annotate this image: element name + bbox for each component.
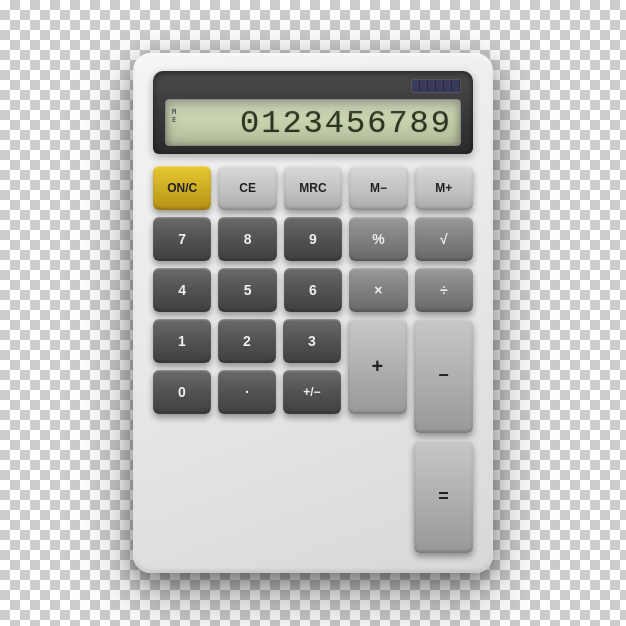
btn-decimal[interactable]: · — [218, 370, 276, 414]
btn-percent[interactable]: % — [349, 217, 407, 261]
calculator: M E 0123456789 ON/C CE MRC M− M+ 7 8 9 %… — [133, 53, 493, 573]
btn-7[interactable]: 7 — [153, 217, 211, 261]
onc-button[interactable]: ON/C — [153, 166, 211, 210]
bottom-section: 1230·+/−+−= — [153, 319, 473, 553]
btn-0[interactable]: 0 — [153, 370, 211, 414]
button-row-4: 123 — [153, 319, 341, 363]
btn-1[interactable]: 1 — [153, 319, 211, 363]
btn-minus[interactable]: − — [414, 319, 473, 432]
button-row-2: 7 8 9 % √ — [153, 217, 473, 261]
button-row-3: 4 5 6 × ÷ — [153, 268, 473, 312]
btn-4[interactable]: 4 — [153, 268, 211, 312]
display-number: 0123456789 — [174, 106, 452, 141]
ce-button[interactable]: CE — [218, 166, 276, 210]
top-panel: M E 0123456789 — [153, 71, 473, 154]
btn-sqrt[interactable]: √ — [415, 217, 473, 261]
display-indicators: M E — [172, 108, 176, 125]
button-row-5: 0·+/− — [153, 370, 341, 414]
btn-5[interactable]: 5 — [218, 268, 276, 312]
btn-3[interactable]: 3 — [283, 319, 341, 363]
btn-9[interactable]: 9 — [284, 217, 342, 261]
mplus-button[interactable]: M+ — [415, 166, 473, 210]
display: M E 0123456789 — [165, 99, 461, 146]
button-row-1: ON/C CE MRC M− M+ — [153, 166, 473, 210]
btn-2[interactable]: 2 — [218, 319, 276, 363]
btn-divide[interactable]: ÷ — [415, 268, 473, 312]
mrc-button[interactable]: MRC — [284, 166, 342, 210]
btn-multiply[interactable]: × — [349, 268, 407, 312]
btn-posneg[interactable]: +/− — [283, 370, 341, 414]
btn-6[interactable]: 6 — [284, 268, 342, 312]
buttons-area: ON/C CE MRC M− M+ 7 8 9 % √ 4 5 6 × ÷ 12… — [153, 166, 473, 553]
solar-panel — [411, 79, 461, 93]
btn-equals[interactable]: = — [414, 440, 473, 553]
btn-8[interactable]: 8 — [218, 217, 276, 261]
mminus-button[interactable]: M− — [349, 166, 407, 210]
btn-plus[interactable]: + — [348, 319, 407, 414]
